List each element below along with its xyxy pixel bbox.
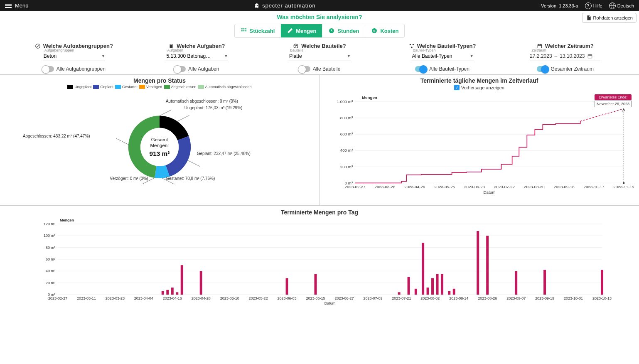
svg-point-14 [411,47,413,48]
svg-rect-86 [200,271,202,295]
tasks-select[interactable]: Aufgaben ▼ [165,51,228,61]
svg-text:2023-09-18: 2023-09-18 [554,184,575,189]
help-button[interactable]: ? Hilfe [585,2,602,9]
svg-point-44 [623,182,624,184]
svg-text:120 m³: 120 m³ [44,222,55,226]
svg-text:2023-07-21: 2023-07-21 [392,296,411,300]
svg-rect-100 [486,236,489,295]
svg-rect-85 [181,265,183,295]
svg-text:2023-08-14: 2023-08-14 [449,296,468,300]
svg-text:400 m³: 400 m³ [340,148,353,152]
svg-text:2023-10-13: 2023-10-13 [592,296,612,300]
date-from[interactable]: 27.2.2023 [530,53,552,59]
svg-rect-84 [176,292,178,295]
groups-toggle[interactable] [42,66,54,72]
svg-rect-96 [441,274,443,295]
donut-legend: UngeplantGeplantGestartetVerzögertAbgesc… [4,85,315,89]
parts-toggle[interactable] [299,66,310,72]
svg-rect-93 [427,288,429,295]
svg-text:2023-03-28: 2023-03-28 [374,184,395,189]
parts-select[interactable]: Bauteile ▼ [288,51,351,61]
svg-rect-88 [315,274,317,295]
forecast-checkbox[interactable]: ✓ Vorhersage anzeigen [324,85,635,90]
cost-icon: $ [371,27,378,34]
svg-point-9 [35,44,40,48]
svg-rect-87 [286,278,288,295]
svg-text:Mengen: Mengen [362,95,377,100]
date-sep: – [555,53,558,59]
donut-chart-box: Mengen pro Status UngeplantGeplantGestar… [0,75,320,205]
svg-rect-99 [477,231,479,295]
svg-rect-89 [398,292,401,295]
types-select[interactable]: Bauteil-Typen ▼ [411,51,474,61]
svg-text:2023-06-03: 2023-06-03 [278,296,297,300]
svg-rect-90 [408,277,410,295]
charts-top: Mengen pro Status UngeplantGeplantGestar… [0,74,639,205]
types-toggle[interactable] [415,66,427,72]
range-toggle[interactable] [537,66,548,72]
svg-rect-1 [243,28,244,30]
field-label: Aufgaben [166,48,184,52]
tab-stueckzahl[interactable]: Stückzahl [235,24,281,37]
svg-text:2023-08-20: 2023-08-20 [524,184,545,189]
tab-stunden[interactable]: Stunden [322,24,365,37]
check-circle-icon [35,43,41,49]
svg-text:20 m³: 20 m³ [46,281,55,285]
menu-button[interactable]: Menü [5,2,29,9]
field-label: Bauteile [289,48,305,52]
line-chart: Erwartetes Ende: November 26, 2023 0 m³2… [324,93,635,197]
svg-rect-4 [243,30,244,32]
svg-text:800 m³: 800 m³ [340,116,353,120]
date-to[interactable]: 13.10.2023 [560,53,585,59]
range-picker[interactable]: Zeitraum 27.2.2023 – 13.10.2023 [530,51,600,61]
svg-text:2023-04-28: 2023-04-28 [192,296,211,300]
svg-text:2023-09-19: 2023-09-19 [535,296,554,300]
svg-point-13 [412,44,414,45]
toggle-label: Alle Bauteil-Typen [429,66,469,72]
analyze-tabs: Stückzahl Mengen Stunden $ Kosten [234,24,405,38]
tasks-toggle[interactable] [174,66,186,72]
language-button[interactable]: Deutsch [609,2,634,9]
svg-rect-83 [171,288,174,295]
chevron-down-icon: ▼ [470,54,474,58]
document-icon [586,15,592,21]
svg-text:80 m³: 80 m³ [46,246,55,250]
tab-label: Mengen [296,28,316,34]
tab-kosten[interactable]: $ Kosten [365,24,404,37]
field-label: Zeitraum [531,48,547,52]
svg-text:2023-08-02: 2023-08-02 [420,296,440,300]
svg-rect-91 [415,289,417,295]
tab-mengen[interactable]: Mengen [281,24,322,37]
groups-select[interactable]: Aufgabengruppen ▼ [43,51,105,61]
tab-label: Kosten [380,28,398,34]
label-plan: Geplant: 232,47 m³ (25.48%) [197,151,251,156]
svg-text:40 m³: 40 m³ [46,269,55,273]
svg-text:2023-11-15: 2023-11-15 [613,184,634,189]
line-chart-box: Terminierte tägliche Mengen im Zeitverla… [320,75,639,205]
tab-label: Stückzahl [250,28,275,34]
svg-text:2023-05-22: 2023-05-22 [249,296,268,300]
toggle-label: Gesamter Zeitraum [551,66,594,72]
svg-text:2023-07-22: 2023-07-22 [494,184,515,189]
calendar-icon[interactable] [587,53,593,59]
toggle-label: Alle Bauteile [313,66,341,72]
svg-rect-101 [515,271,517,295]
raw-data-button[interactable]: Rohdaten anzeigen [582,13,637,23]
chevron-down-icon: ▼ [347,54,351,58]
ghost-icon [254,3,260,9]
brand: specter automation [29,2,541,9]
bar-chart-box: Terminierte Mengen pro Tag 0 m³20 m³40 m… [0,205,639,315]
grid-icon [241,27,247,34]
checkbox-icon: ✓ [454,85,460,90]
clock-icon [328,27,335,34]
svg-text:100 m³: 100 m³ [44,234,55,238]
end-badge: Erwartetes Ende: November 26, 2023 [595,94,632,107]
svg-text:Mengen: Mengen [60,218,74,222]
label-start: Gestartet: 70,8 m³ (7.76%) [166,176,215,181]
filter-range: Welcher Zeitraum? Zeitraum 27.2.2023 – 1… [508,43,622,72]
svg-text:2023-08-26: 2023-08-26 [478,296,497,300]
svg-rect-103 [601,270,603,295]
svg-text:600 m³: 600 m³ [340,132,353,136]
globe-icon [609,2,616,9]
svg-text:Datum: Datum [324,301,336,305]
